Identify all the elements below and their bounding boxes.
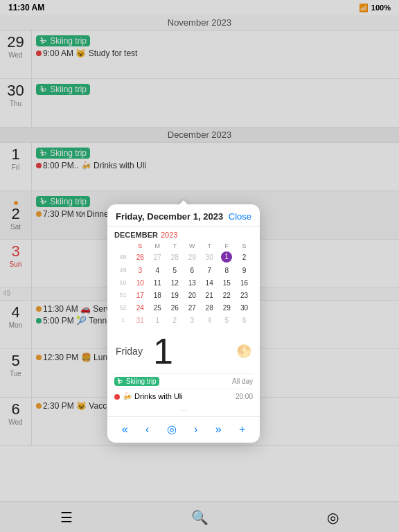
popup-nav-prev[interactable]: ‹	[141, 422, 153, 437]
mini-cal-row-3: 50 10 11 12 13 14 15 16	[114, 276, 253, 289]
mini-cal-header: DECEMBER 2023	[114, 231, 253, 239]
popup-nav-today[interactable]: ◎	[163, 421, 181, 437]
tue-col-header: T	[166, 242, 184, 250]
popup-arrow	[177, 200, 190, 207]
mini-cal-year: 2023	[161, 231, 177, 239]
sat-col-header: S	[236, 242, 253, 250]
popup-header: Friday, December 1, 2023 Close	[107, 204, 260, 227]
week-48: 48	[114, 250, 132, 264]
popup-moon: 🌕	[236, 344, 251, 359]
mini-cal-row-1: 48 26 27 28 29 30 1 2	[114, 250, 253, 264]
week-49: 49	[114, 264, 132, 276]
popup-skiing-tag: ⛷ Skiing trip	[114, 377, 159, 386]
popup-nav-next[interactable]: ›	[190, 422, 202, 437]
week-col-header	[114, 242, 132, 250]
week-51: 51	[114, 289, 132, 301]
wed-col-header: W	[184, 242, 201, 250]
popup-event-skiing[interactable]: ⛷ Skiing trip All day	[114, 373, 253, 389]
popup-day-num: 1	[153, 333, 173, 369]
mini-cal-row-5: 52 24 25 26 27 28 29 30	[114, 301, 253, 314]
popup-nav-last[interactable]: »	[211, 422, 226, 437]
mon-col-header: M	[149, 242, 166, 250]
mini-cal-grid: S M T W T F S 48 26 27 28 29	[114, 242, 253, 326]
popup-drinks-time: 20:00	[236, 393, 253, 400]
mini-cal-row-6: 1 31 1 2 3 4 5 6	[114, 314, 253, 326]
mini-cal-row-2: 49 3 4 5 6 7 8 9	[114, 264, 253, 276]
sun-col-header: S	[132, 242, 149, 250]
popup-overlay[interactable]: Friday, December 1, 2023 Close DECEMBER …	[0, 0, 399, 532]
week-50: 50	[114, 276, 132, 289]
popup-more-dots: ···	[114, 404, 253, 416]
popup-skiing-allday: All day	[232, 378, 253, 385]
dot-red-popup	[114, 394, 120, 400]
popup-drinks-label: 🍻 Drinks with Uli	[123, 392, 183, 401]
thu-col-header: T	[201, 242, 218, 250]
week-52: 52	[114, 301, 132, 314]
popup-event-drinks[interactable]: 🍻 Drinks with Uli 20:00	[114, 389, 253, 404]
popup-weekday: Friday	[116, 346, 146, 357]
popup-big-date: Friday 1 🌕	[107, 330, 260, 373]
popup-nav-first[interactable]: «	[118, 422, 132, 437]
popup-events: ⛷ Skiing trip All day 🍻 Drinks with Uli …	[107, 373, 260, 416]
popup-card: Friday, December 1, 2023 Close DECEMBER …	[107, 204, 260, 443]
mini-cal-month: DECEMBER	[114, 231, 158, 239]
popup-nav: « ‹ ◎ › » +	[107, 416, 260, 437]
popup-nav-add[interactable]: +	[235, 422, 249, 437]
mini-cal-row-4: 51 17 18 19 20 21 22 23	[114, 289, 253, 301]
mini-calendar: DECEMBER 2023 S M T W T F S	[107, 227, 260, 330]
popup-close-button[interactable]: Close	[229, 211, 251, 222]
popup-title: Friday, December 1, 2023	[116, 211, 223, 222]
fri-col-header: F	[218, 242, 236, 250]
week-1: 1	[114, 314, 132, 326]
